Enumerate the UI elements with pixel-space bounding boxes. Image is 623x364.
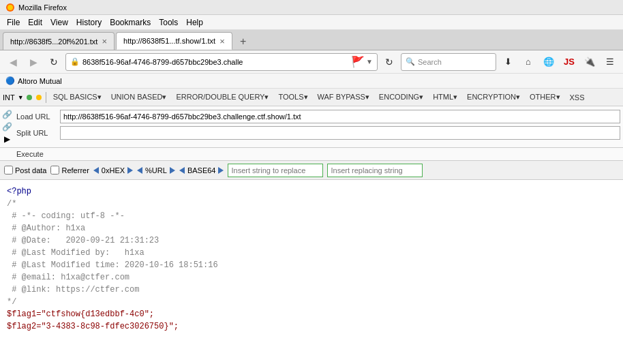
address-input[interactable]: [82, 58, 351, 66]
content-line: # @Last Modified time: 2020-10-16 18:51:…: [7, 259, 616, 271]
tools-btn[interactable]: TOOLS▾: [274, 91, 312, 103]
side-panel-icons: 🔗 🔗 ▶: [0, 108, 14, 146]
insert-string-input[interactable]: [228, 164, 323, 177]
js-label: JS: [564, 57, 575, 67]
content-line: # @link: https://ctfer.com: [7, 284, 616, 296]
menu-button[interactable]: ☰: [601, 53, 619, 71]
address-bar[interactable]: 🔒 🚩 ▼: [65, 53, 378, 71]
play-icon[interactable]: ▶: [1, 134, 12, 145]
tab-2-close[interactable]: ×: [219, 36, 225, 46]
error-double-btn[interactable]: ERROR/DOUBLE QUERY▾: [172, 91, 273, 103]
execute-label[interactable]: Execute: [16, 150, 44, 158]
menu-help[interactable]: Help: [182, 16, 207, 29]
home-icon: ⌂: [526, 57, 531, 67]
hex-arrow-left-icon: [93, 167, 99, 174]
load-url-label[interactable]: Load URL: [16, 112, 57, 121]
content-area: <?php/* # -*- coding: utf-8 -*- # @Autho…: [0, 180, 623, 364]
base64-arrow-btn[interactable]: BASE64: [179, 166, 224, 175]
post-data-checkbox-label[interactable]: Post data: [4, 166, 46, 175]
new-tab-button[interactable]: +: [235, 33, 252, 50]
int-dropdown-icon[interactable]: ▼: [18, 94, 24, 101]
yellow-dot: [36, 95, 42, 100]
dropdown-arrow-icon[interactable]: ▼: [366, 58, 373, 65]
waf-bypass-btn[interactable]: WAF BYPASS▾: [314, 91, 374, 103]
green-dot-1: [27, 95, 32, 100]
bottom-toolbar: Post data Referrer 0xHEX %URL BASE64: [0, 161, 623, 180]
load-url-row: Load URL: [16, 109, 620, 124]
encryption-btn[interactable]: ENCRYPTION▾: [463, 91, 524, 103]
tab-1-close[interactable]: ×: [102, 36, 107, 46]
referrer-label: Referrer: [61, 166, 89, 175]
referrer-checkbox-label[interactable]: Referrer: [50, 166, 89, 175]
firefox-icon: [5, 3, 15, 12]
content-line: # @Date: 2020-09-21 21:31:23: [7, 234, 616, 247]
base64-label: BASE64: [187, 166, 216, 175]
link-icon-2: 🔗: [1, 121, 12, 132]
globe-icon: 🌐: [543, 57, 554, 67]
forward-button[interactable]: ▶: [25, 53, 42, 71]
content-line: <?php: [7, 185, 616, 198]
post-data-checkbox[interactable]: [4, 166, 13, 175]
tab-1-label: http://8638f5...20f%201.txt: [10, 37, 97, 46]
menu-edit[interactable]: Edit: [24, 16, 46, 29]
content-line: $flag2="3-4383-8c98-fdfec3026750}";: [7, 320, 616, 333]
url-label: %URL: [145, 166, 167, 175]
back-button[interactable]: ◀: [4, 53, 22, 71]
url-arrow-right-icon: [170, 167, 175, 174]
home-button[interactable]: ⌂: [519, 53, 537, 71]
menu-history[interactable]: History: [72, 16, 106, 29]
title-bar: Mozilla Firefox: [0, 0, 623, 15]
page-reload-button[interactable]: ↻: [380, 53, 398, 71]
hex-arrow-btn[interactable]: 0xHEX: [93, 166, 133, 175]
js-button[interactable]: JS: [560, 53, 578, 71]
menu-bookmarks[interactable]: Bookmarks: [106, 16, 155, 29]
menu-file[interactable]: File: [3, 16, 24, 29]
split-url-label[interactable]: Split URL: [16, 129, 57, 137]
content-line: # @email: h1xa@ctfer.com: [7, 271, 616, 284]
search-bar[interactable]: 🔍 Search: [401, 53, 496, 71]
menu-bar: File Edit View History Bookmarks Tools H…: [0, 15, 623, 30]
url-arrow-btn[interactable]: %URL: [137, 166, 175, 175]
refresh-icon: ↻: [50, 57, 58, 67]
url-arrow-left-icon: [137, 167, 142, 174]
sql-basics-btn[interactable]: SQL BASICS▾: [49, 91, 106, 103]
xss-btn[interactable]: XSS: [566, 92, 589, 103]
toolbar-sep-1: [46, 92, 46, 103]
insert-replacing-input[interactable]: [327, 164, 423, 177]
globe-button[interactable]: 🌐: [540, 53, 558, 71]
content-line: # @Last Modified by: h1xa: [7, 247, 616, 259]
split-url-input[interactable]: [60, 126, 620, 140]
tab-1[interactable]: http://8638f5...20f%201.txt ×: [3, 32, 115, 50]
menu-tools[interactable]: Tools: [155, 16, 182, 29]
hex-arrow-right-icon: [127, 167, 133, 174]
nav-bar: ◀ ▶ ↻ 🔒 🚩 ▼ ↻ 🔍 Search ⬇ ⌂: [0, 50, 623, 74]
forward-icon: ▶: [30, 57, 37, 67]
nav-icons-right: ⬇ ⌂ 🌐 JS 🔌 ☰: [499, 53, 619, 71]
tab-2-label: http://8638f51...tf.show/1.txt: [123, 37, 215, 45]
post-data-label: Post data: [15, 166, 46, 175]
download-button[interactable]: ⬇: [499, 53, 517, 71]
referrer-checkbox[interactable]: [50, 166, 59, 175]
union-based-btn[interactable]: UNION BASED▾: [107, 91, 171, 103]
plugin-button[interactable]: 🔌: [581, 53, 598, 71]
menu-view[interactable]: View: [46, 16, 72, 29]
encoding-btn[interactable]: ENCODING▾: [375, 91, 427, 103]
html-btn[interactable]: HTML▾: [429, 91, 461, 103]
lock-icon: 🔒: [70, 57, 80, 66]
link-icon-1: 🔗: [1, 109, 12, 120]
load-url-input[interactable]: [60, 110, 620, 123]
back-icon: ◀: [10, 57, 17, 67]
altoro-label: Altoro Mutual: [18, 77, 62, 85]
content-line: */: [7, 296, 616, 308]
content-line: # -*- coding: utf-8 -*-: [7, 210, 616, 222]
download-icon: ⬇: [504, 57, 512, 67]
search-icon: 🔍: [406, 57, 415, 66]
reload-icon: ↻: [385, 57, 393, 67]
refresh-button[interactable]: ↻: [45, 53, 63, 71]
other-btn[interactable]: OTHER▾: [526, 91, 564, 103]
altoro-bar: 🔵 Altoro Mutual: [0, 74, 623, 89]
tab-2[interactable]: http://8638f51...tf.show/1.txt ×: [116, 32, 232, 50]
altoro-icon: 🔵: [5, 76, 15, 85]
side-panel: 🔗 🔗 ▶ Load URL Split URL: [0, 106, 623, 148]
base64-arrow-left-icon: [179, 167, 185, 174]
